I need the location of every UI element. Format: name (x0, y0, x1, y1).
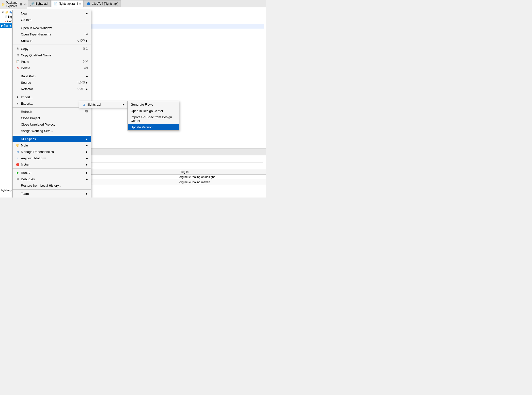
tab-label-raml: flights-api.raml (59, 2, 78, 5)
anypoint-icon: ↑ (16, 157, 20, 160)
arrow-icon-show-in: ▶ (86, 39, 88, 42)
excl-icon: ✕ (4, 20, 6, 23)
shortcut-f4: F4 (84, 33, 88, 36)
minimize-sidebar-button[interactable]: ☰ (18, 2, 23, 7)
submenu-open-design-center[interactable]: Open in Design Center (128, 108, 179, 114)
file-icon: 📄 (4, 16, 7, 18)
arrow-icon-anypoint: ▶ (86, 157, 88, 160)
dropdown-icon[interactable]: ▽ (28, 2, 33, 7)
arrow-icon-source: ▶ (86, 81, 88, 84)
flights-api-submenu: Generate Flows Open in Design Center Imp… (127, 101, 179, 131)
menu-label-debug-as: Debug As (21, 177, 85, 181)
tab-close-raml[interactable]: ✕ (79, 2, 81, 5)
shortcut-copy: ⌘C (83, 47, 88, 50)
menu-item-build-path[interactable]: Build Path ▶ (13, 73, 91, 79)
menu-item-debug-as[interactable]: ⚙ Debug As ▶ (13, 176, 91, 182)
menu-label-source: Source (21, 81, 72, 84)
menu-label-new: New (21, 12, 85, 15)
menu-item-copy[interactable]: ⎘ Copy ⌘C (13, 46, 91, 52)
menu-item-munit[interactable]: 🔴 MUnit ▶ (13, 161, 91, 168)
menu-item-source[interactable]: Source ⌥⌘S ▶ (13, 79, 91, 86)
menu-item-anypoint-platform[interactable]: ↑ Anypoint Platform ▶ (13, 155, 91, 161)
menu-label-refresh: Refresh (21, 110, 79, 114)
arrow-icon-munit: ▶ (86, 163, 88, 166)
submenu-import-api-spec[interactable]: Import API Spec from Design Center (128, 114, 179, 124)
menu-item-team[interactable]: Team ▶ (13, 190, 91, 197)
shortcut-source: ⌥⌘S (77, 81, 85, 84)
menu-item-paste[interactable]: 📋 Paste ⌘V (13, 58, 91, 65)
menu-item-open-type-hierarchy[interactable]: Open Type Hierarchy F4 (13, 31, 91, 37)
menu-item-delete[interactable]: ✕ Delete ⌫ (13, 65, 91, 71)
menu-item-close-unrelated[interactable]: Close Unrelated Project (13, 121, 91, 128)
mule-icon: 🔱 (16, 144, 20, 147)
package-icon: 📁 (1, 3, 5, 6)
menu-label-close-unrelated: Close Unrelated Project (21, 123, 88, 126)
sync-icon[interactable]: ⟳ (23, 2, 28, 7)
menu-item-copy-qualified[interactable]: ⎘ Copy Qualified Name (13, 52, 91, 58)
arrow-icon-run-as: ▶ (86, 171, 88, 174)
menu-label-delete: Delete (21, 66, 79, 70)
collapse-icon: ▼ (1, 11, 4, 14)
menu-label-munit: MUnit (21, 163, 85, 166)
menu-item-new[interactable]: New ▶ (13, 10, 91, 16)
submenu-flights-api[interactable]: ◎ flights-api ▶ (79, 101, 128, 108)
munit-icon: 🔴 (16, 163, 20, 166)
copy-icon: ⎘ (16, 47, 20, 50)
tab-flights-api-raml[interactable]: 📄 flights-api.raml ✕ (51, 0, 84, 7)
import-icon: ⬇ (16, 96, 20, 99)
menu-label-build-path: Build Path (21, 74, 85, 78)
menu-item-assign-working-sets[interactable]: Assign Working Sets... (13, 128, 91, 134)
menu-item-mule[interactable]: 🔱 Mule ▶ (13, 142, 91, 148)
shortcut-delete: ⌫ (84, 66, 88, 70)
sidebar-title: Package Explorer (6, 1, 17, 8)
tab-a3ee7d4[interactable]: 🔵 a3ee7d4 [flights-api] (84, 0, 121, 7)
menu-label-export: Export... (21, 102, 88, 105)
separator-7 (13, 168, 91, 169)
menu-item-import[interactable]: ⬇ Import... (13, 94, 91, 100)
separator-6 (13, 135, 91, 135)
submenu-update-version[interactable]: Update Version (128, 124, 179, 130)
sidebar-header: 📁 Package Explorer ☰ ⟳ ▽ – □ (0, 0, 27, 9)
menu-label-close-project: Close Project (21, 116, 88, 120)
arrow-right-icon: ▶ (1, 24, 3, 27)
menu-item-close-project[interactable]: Close Project (13, 115, 91, 121)
menu-item-go-into[interactable]: Go Into (13, 16, 91, 23)
arrow-icon-refactor: ▶ (86, 88, 88, 90)
submenu-label-flights-api: flights-api (87, 103, 122, 106)
menu-item-run-as[interactable]: ▶ Run As ▶ (13, 169, 91, 176)
arrow-icon-flights-api-sub: ▶ (123, 103, 125, 106)
maximize-icon[interactable]: □ (38, 2, 43, 7)
menu-label-open-new-window: Open in New Window (21, 26, 88, 30)
separator-3 (13, 72, 91, 72)
menu-label-paste: Paste (21, 60, 78, 64)
log-plugin-2: org.mule.tooling.maven (177, 180, 266, 185)
separator-4 (13, 93, 91, 93)
debug-icon: ⚙ (16, 177, 20, 181)
menu-label-go-into: Go Into (21, 18, 88, 22)
flights-label: flights- (4, 24, 13, 27)
separator-1 (13, 24, 91, 24)
submenu-generate-flows[interactable]: Generate Flows (128, 101, 179, 108)
copy-qualified-icon: ⎘ (16, 53, 20, 57)
menu-label-assign-working-sets: Assign Working Sets... (21, 129, 88, 133)
export-icon: ⬆ (16, 102, 20, 105)
arrow-icon-team: ▶ (86, 192, 88, 195)
menu-item-compare-with[interactable]: Compare With ▶ (13, 197, 91, 198)
menu-item-refactor[interactable]: Refactor ⌥⌘T ▶ (13, 86, 91, 92)
minimize-icon[interactable]: – (33, 2, 38, 7)
menu-item-manage-dependencies[interactable]: ◎ Manage Dependencies ▶ (13, 148, 91, 155)
menu-item-refresh[interactable]: Refresh F5 (13, 108, 91, 115)
col-plugin: Plug-in (177, 169, 266, 175)
editor-tab-bar: 🔗 flights-api 📄 flights-api.raml ✕ 🔵 a3e… (27, 0, 266, 7)
menu-label-team: Team (21, 192, 85, 196)
flights-api-sub-icon: ◎ (82, 103, 86, 106)
menu-label-api-specs: API Specs (21, 137, 85, 141)
menu-label-manage-dependencies: Manage Dependencies (21, 150, 85, 154)
menu-item-open-new-window[interactable]: Open in New Window (13, 25, 91, 31)
menu-item-show-in[interactable]: Show In ⌥⌘W ▶ (13, 37, 91, 44)
menu-item-api-specs[interactable]: ◎ API Specs ▶ (13, 136, 91, 142)
shortcut-paste: ⌘V (83, 60, 88, 63)
tab-icon-commit: 🔵 (87, 2, 90, 5)
submenu-label-generate-flows: Generate Flows (131, 103, 176, 106)
menu-item-restore-local[interactable]: Restore from Local History... (13, 182, 91, 189)
